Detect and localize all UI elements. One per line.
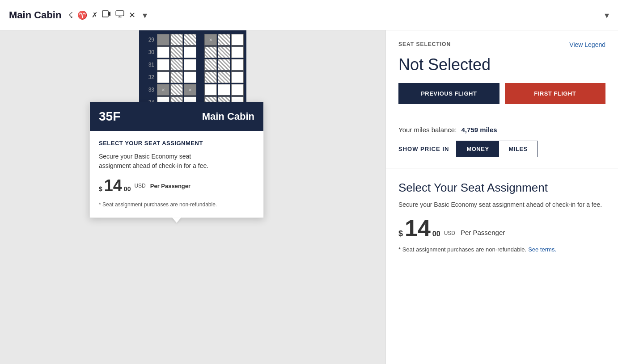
- assign-note: * Seat assignment purchases are non-refu…: [398, 245, 605, 254]
- seat-row-33: 33 ✕ ✕: [139, 84, 246, 96]
- not-selected-text: Not Selected: [398, 55, 605, 74]
- seat[interactable]: [170, 71, 183, 83]
- row-number: 29: [142, 37, 154, 43]
- seat[interactable]: [231, 34, 244, 46]
- seat[interactable]: [204, 71, 217, 83]
- monitor-icon: [115, 10, 124, 20]
- row-number: 32: [142, 74, 154, 80]
- video-icon: [102, 10, 111, 20]
- header-left: Main Cabin ☇ ♈ ✗ ✕ ▾: [9, 9, 377, 21]
- seat[interactable]: [157, 71, 169, 83]
- seat[interactable]: [204, 59, 217, 71]
- seat-row-29: 29 ✕: [139, 34, 246, 46]
- row-number: 33: [142, 87, 154, 93]
- toggle-money-button[interactable]: MONEY: [457, 141, 499, 157]
- row-number: 31: [142, 62, 154, 68]
- popup-description: Secure your Basic Economy seatassignment…: [99, 152, 254, 171]
- seat[interactable]: [184, 46, 196, 58]
- seat[interactable]: [170, 59, 183, 71]
- header-right: ▾: [377, 10, 609, 21]
- assign-price-row: $ 14 00 USD Per Passenger: [398, 217, 605, 240]
- seat[interactable]: [157, 46, 169, 58]
- seat[interactable]: [184, 59, 196, 71]
- popup-body: SELECT YOUR SEAT ASSIGNMENT Secure your …: [90, 131, 263, 218]
- assign-section: Select Your Seat Assignment Secure your …: [386, 168, 618, 267]
- assign-usd: USD: [444, 230, 455, 236]
- main-content: 29 ✕ 30: [0, 30, 618, 364]
- seat[interactable]: [231, 59, 244, 71]
- svg-rect-0: [102, 11, 108, 17]
- power-icon: ✗: [92, 11, 97, 19]
- popup-cabin-label: Main Cabin: [202, 111, 254, 122]
- seat[interactable]: [204, 46, 217, 58]
- seat[interactable]: [218, 59, 230, 71]
- assign-dollar: $: [398, 230, 403, 238]
- popup-price-cents: 00: [124, 186, 131, 192]
- popup-price: $ 14 00 USD Per Passenger: [99, 178, 254, 194]
- show-price-row: SHOW PRICE IN MONEY MILES: [398, 141, 605, 157]
- header-chevron[interactable]: ▾: [143, 10, 147, 21]
- seat[interactable]: [231, 84, 244, 96]
- seat-selection-section: SEAT SELECTION View Legend Not Selected …: [386, 30, 618, 115]
- toggle-miles-button[interactable]: MILES: [499, 141, 538, 157]
- seat-blocked: ✕: [184, 84, 196, 96]
- miles-balance-label: Your miles balance:: [398, 126, 457, 134]
- header-amenity-icons: ☇ ♈ ✗ ✕: [68, 10, 135, 20]
- assign-price-main: 14: [405, 217, 431, 240]
- see-terms-link[interactable]: See terms.: [528, 246, 556, 253]
- view-legend-link[interactable]: View Legend: [569, 41, 605, 48]
- seat[interactable]: [218, 84, 230, 96]
- popup-note: * Seat assignment purchases are non-refu…: [99, 201, 254, 209]
- miles-balance-row: Your miles balance: 4,759 miles: [398, 126, 605, 134]
- seat[interactable]: [157, 59, 169, 71]
- seat[interactable]: [204, 84, 217, 96]
- seat[interactable]: [231, 71, 244, 83]
- previous-flight-button[interactable]: PREVIOUS FLIGHT: [398, 83, 499, 104]
- price-toggle-group: MONEY MILES: [456, 141, 538, 157]
- seat[interactable]: [218, 71, 230, 83]
- seat-popup: 35F Main Cabin SELECT YOUR SEAT ASSIGNME…: [89, 102, 264, 218]
- first-flight-button[interactable]: FIRST FLIGHT: [505, 83, 606, 104]
- row-number: 30: [142, 49, 154, 55]
- assign-price-cents: 00: [432, 230, 440, 238]
- seat-blocked: ✕: [157, 84, 169, 96]
- right-panel: SEAT SELECTION View Legend Not Selected …: [385, 30, 618, 364]
- popup-per-passenger: Per Passenger: [150, 183, 190, 189]
- header-bar: Main Cabin ☇ ♈ ✗ ✕ ▾ ▾: [0, 0, 618, 30]
- show-price-label: SHOW PRICE IN: [398, 146, 449, 152]
- seat[interactable]: [170, 84, 183, 96]
- seat-selection-header: SEAT SELECTION View Legend: [398, 41, 605, 50]
- seat[interactable]: [170, 34, 183, 46]
- seat-row-30: 30: [139, 46, 246, 58]
- wifi-icon: ☇: [68, 10, 73, 20]
- svg-rect-2: [116, 11, 124, 16]
- popup-price-main: 14: [104, 178, 122, 194]
- popup-header: 35F Main Cabin: [90, 102, 263, 131]
- seat[interactable]: [184, 34, 196, 46]
- seat[interactable]: [231, 46, 244, 58]
- seat-map-area: 29 ✕ 30: [0, 30, 385, 364]
- seat-row-31: 31: [139, 59, 246, 71]
- header-right-chevron[interactable]: ▾: [605, 10, 609, 21]
- assign-per-passenger: Per Passenger: [461, 229, 505, 236]
- seat[interactable]: [157, 34, 169, 46]
- miles-balance-section: Your miles balance: 4,759 miles SHOW PRI…: [386, 115, 618, 168]
- popup-usd: USD: [134, 183, 145, 188]
- usb-icon: ♈: [77, 10, 87, 20]
- no-signal-icon: ✕: [129, 10, 135, 20]
- popup-arrow: [172, 218, 181, 223]
- assign-note-text: * Seat assignment purchases are non-refu…: [398, 246, 526, 253]
- seat[interactable]: [218, 46, 230, 58]
- cabin-title: Main Cabin: [9, 9, 61, 21]
- popup-seat-id: 35F: [99, 109, 120, 124]
- popup-select-title: SELECT YOUR SEAT ASSIGNMENT: [99, 140, 254, 146]
- seat[interactable]: ✕: [204, 34, 217, 46]
- seat[interactable]: [170, 46, 183, 58]
- miles-value: 4,759 miles: [461, 126, 497, 134]
- seat-row-32: 32: [139, 71, 246, 83]
- popup-dollar: $: [99, 186, 102, 192]
- assign-title: Select Your Seat Assignment: [398, 181, 605, 195]
- seat[interactable]: [218, 34, 230, 46]
- section-label: SEAT SELECTION: [398, 41, 451, 47]
- seat[interactable]: [184, 71, 196, 83]
